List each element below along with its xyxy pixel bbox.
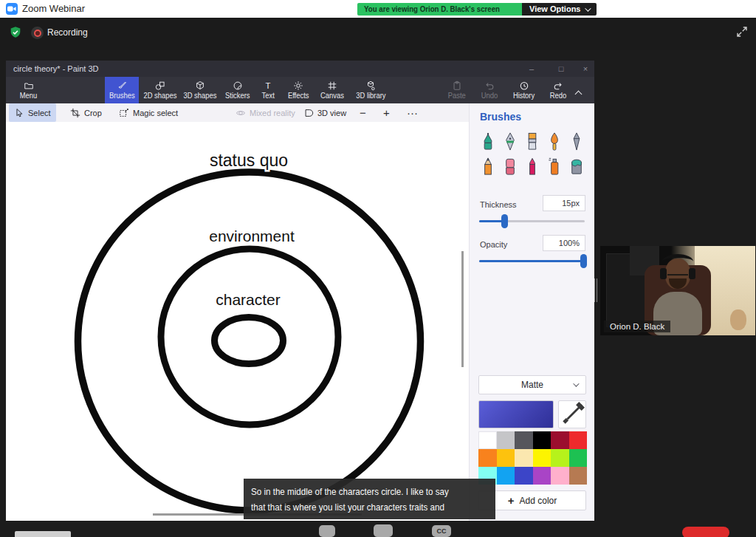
palette-color[interactable] xyxy=(569,431,588,449)
sun-icon xyxy=(293,81,303,91)
label-status-quo: status quo xyxy=(210,151,288,170)
circle-theory-drawing: status quo environment character xyxy=(6,122,469,521)
zoom-out-button[interactable]: − xyxy=(354,103,371,122)
window-title-bar: Zoom Webinar You are viewing Orion D. Bl… xyxy=(0,0,756,18)
palette-color[interactable] xyxy=(515,449,533,467)
brush-flat-brush[interactable] xyxy=(521,129,543,154)
palette-color[interactable] xyxy=(478,449,497,467)
folder-icon xyxy=(24,81,34,91)
thickness-slider[interactable] xyxy=(479,220,585,222)
palette-color[interactable] xyxy=(497,467,515,485)
closed-caption-overlay: So in the middle of the characters circl… xyxy=(244,479,495,519)
label-environment: environment xyxy=(209,228,295,244)
opacity-slider[interactable] xyxy=(479,260,585,262)
palette-color[interactable] xyxy=(533,467,551,485)
crop-icon xyxy=(70,108,80,118)
collapse-ribbon-chevron[interactable] xyxy=(576,86,583,94)
brush-eraser[interactable] xyxy=(499,154,521,179)
opacity-label: Opacity xyxy=(480,240,507,249)
brush-pencil[interactable] xyxy=(477,154,499,179)
brush-calligraphy-pen[interactable] xyxy=(499,129,521,154)
participant-video[interactable]: Orion D. Black xyxy=(600,246,755,335)
palette-color[interactable] xyxy=(569,467,588,485)
text-icon: T xyxy=(263,81,273,91)
more-options-button[interactable]: ··· xyxy=(402,103,423,122)
opacity-value-field[interactable]: 100% xyxy=(543,235,585,251)
clipboard-icon xyxy=(452,81,462,91)
thickness-value-field[interactable]: 15px xyxy=(543,195,585,211)
caption-line: back... xyxy=(251,515,455,519)
color-palette xyxy=(478,431,587,485)
eyedropper-button[interactable] xyxy=(558,400,586,428)
viewing-banner: You are viewing Orion D. Black's screen xyxy=(357,3,525,16)
label-character: character xyxy=(216,291,281,308)
shared-screen-paint3d: circle theory* - Paint 3D – □ × Menu Bru… xyxy=(6,61,594,521)
taskbar-fragment xyxy=(15,531,71,537)
thickness-slider-handle[interactable] xyxy=(501,214,508,228)
participant-name-label: Orion D. Black xyxy=(604,321,670,332)
gradient-swatch[interactable] xyxy=(478,400,554,428)
3d-library-icon xyxy=(365,81,376,91)
crop-tool[interactable]: Crop xyxy=(65,103,107,122)
closed-caption-icon[interactable]: CC xyxy=(432,525,451,537)
glasses xyxy=(667,270,688,276)
drawing-canvas[interactable]: status quo environment character xyxy=(6,122,469,521)
tab-brushes[interactable]: Brushes xyxy=(105,77,139,103)
palette-color[interactable] xyxy=(497,449,515,467)
tab-canvas[interactable]: Canvas xyxy=(315,77,349,103)
tab-text[interactable]: T Text xyxy=(255,77,281,103)
palette-color[interactable] xyxy=(533,449,551,467)
palette-color[interactable] xyxy=(478,431,497,449)
zoom-logo-icon xyxy=(6,3,18,15)
select-tool[interactable]: Select xyxy=(9,103,56,122)
3d-view-tool[interactable]: 3D view xyxy=(298,103,351,122)
tab-3d-shapes[interactable]: 3D shapes xyxy=(181,77,219,103)
video-panel-drag-handle[interactable] xyxy=(594,278,597,302)
mixed-reality-icon xyxy=(236,108,246,118)
zoom-webinar-window: Zoom Webinar You are viewing Orion D. Bl… xyxy=(0,0,756,537)
brush-fill-bucket[interactable] xyxy=(566,154,588,179)
palette-color[interactable] xyxy=(497,431,515,449)
palette-color[interactable] xyxy=(515,467,533,485)
recording-indicator-icon[interactable] xyxy=(31,27,44,39)
view-options-button[interactable]: View Options xyxy=(522,3,597,16)
palette-color[interactable] xyxy=(551,467,569,485)
palette-color[interactable] xyxy=(515,431,533,449)
brush-crayon[interactable] xyxy=(521,154,543,179)
thickness-label: Thickness xyxy=(480,200,517,209)
brush-oil-brush[interactable] xyxy=(543,129,566,154)
caption-line: So in the middle of the characters circl… xyxy=(251,484,455,499)
middle-circle xyxy=(161,249,338,425)
redo-button[interactable]: Redo xyxy=(543,77,574,103)
brush-spray-can[interactable] xyxy=(543,154,566,179)
close-button[interactable]: × xyxy=(574,61,594,77)
palette-color[interactable] xyxy=(551,449,569,467)
palette-color[interactable] xyxy=(551,431,569,449)
brush-pixel-pen[interactable] xyxy=(566,129,588,154)
palette-color[interactable] xyxy=(569,449,588,467)
magic-select-tool[interactable]: Magic select xyxy=(114,103,183,122)
paint-toolbar: Select Crop Magic select Mixed reality 3… xyxy=(6,103,469,122)
brush-marker[interactable] xyxy=(477,129,499,154)
opacity-slider-handle[interactable] xyxy=(580,254,587,268)
maximize-button[interactable]: □ xyxy=(550,61,572,77)
menu-button[interactable]: Menu xyxy=(10,77,47,103)
history-button[interactable]: History xyxy=(506,77,542,103)
palette-color[interactable] xyxy=(533,431,551,449)
leave-button[interactable] xyxy=(682,527,729,537)
minimize-button[interactable]: – xyxy=(520,61,543,77)
tab-stickers[interactable]: Stickers xyxy=(221,77,255,103)
tab-3d-library[interactable]: 3D library xyxy=(350,77,391,103)
share-screen-icon[interactable] xyxy=(374,524,393,537)
fullscreen-expand-icon[interactable] xyxy=(735,25,749,38)
tab-effects[interactable]: Effects xyxy=(282,77,315,103)
canvas-vertical-scrollbar[interactable] xyxy=(461,251,464,367)
paint-window-title: circle theory* - Paint 3D xyxy=(13,61,99,77)
chat-icon[interactable] xyxy=(319,525,335,537)
paste-button: Paste xyxy=(441,77,473,103)
material-dropdown[interactable]: Matte xyxy=(478,375,586,394)
paint-ribbon: Menu Brushes 2D shapes 3D shapes Sticker… xyxy=(6,77,594,103)
shield-check-icon xyxy=(9,26,22,39)
zoom-in-button[interactable]: + xyxy=(378,103,395,122)
tab-2d-shapes[interactable]: 2D shapes xyxy=(141,77,179,103)
